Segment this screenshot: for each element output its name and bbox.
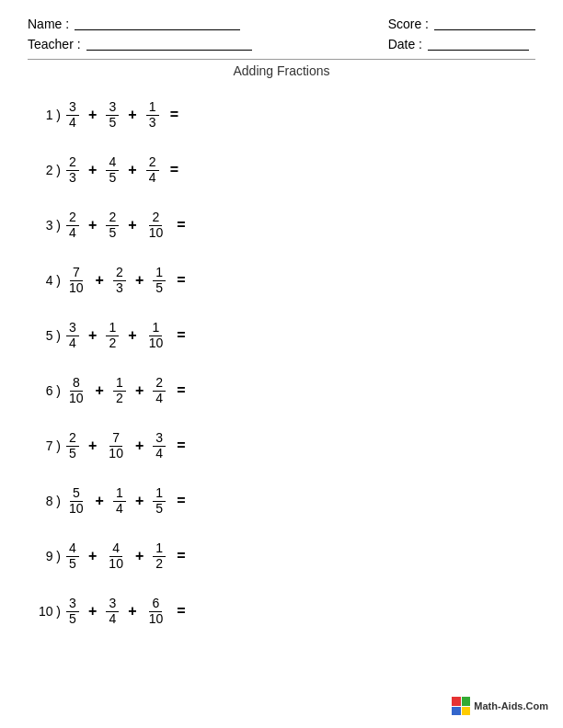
problem-row: 7 )25+710+34=: [28, 418, 535, 473]
equals-sign: =: [167, 107, 178, 123]
score-row: Score :: [388, 17, 535, 31]
denominator: 10: [106, 447, 126, 461]
fraction: 14: [113, 486, 126, 516]
denominator: 4: [106, 612, 119, 626]
fraction: 34: [106, 597, 119, 626]
numerator: 1: [146, 100, 159, 115]
fraction: 12: [113, 376, 126, 405]
problem-row: 8 )510+14+15=: [28, 473, 535, 529]
fraction: 510: [66, 486, 86, 516]
denominator: 10: [106, 557, 126, 571]
problem-number: 2 ): [28, 163, 66, 177]
plus-sign: +: [94, 493, 106, 509]
plus-sign: +: [86, 217, 98, 233]
denominator: 2: [113, 392, 126, 405]
numerator: 1: [149, 321, 162, 336]
fraction-expression: 34+35+13=: [66, 100, 178, 130]
denominator: 10: [66, 281, 86, 295]
fraction: 24: [146, 155, 159, 185]
plus-sign: +: [86, 107, 98, 123]
plus-sign: +: [126, 603, 138, 620]
fraction: 15: [153, 486, 166, 516]
score-line: [434, 17, 535, 30]
denominator: 5: [153, 281, 166, 295]
problem-number: 3 ): [28, 218, 66, 233]
problem-row: 5 )34+12+110=: [28, 308, 535, 363]
fraction: 34: [66, 100, 79, 130]
numerator: 3: [153, 431, 166, 446]
fraction: 410: [106, 541, 126, 571]
equals-sign: =: [173, 548, 185, 564]
problem-number: 5 ): [28, 328, 66, 343]
header-left: Name : Teacher :: [28, 17, 252, 51]
problem-row: 1 )34+35+13=: [28, 87, 535, 142]
denominator: 4: [153, 447, 166, 461]
plus-sign: +: [86, 162, 98, 178]
fraction: 35: [66, 597, 79, 626]
name-row: Name :: [28, 17, 252, 31]
header-divider: [28, 59, 535, 60]
fraction-expression: 45+410+12=: [66, 541, 186, 571]
teacher-label: Teacher :: [28, 37, 81, 51]
fraction: 110: [146, 321, 167, 350]
score-label: Score :: [388, 17, 429, 31]
watermark: Math-Aids.Com: [452, 697, 548, 715]
fraction: 15: [153, 266, 166, 295]
numerator: 5: [70, 486, 83, 501]
fraction: 810: [66, 376, 86, 405]
problem-number: 6 ): [28, 383, 66, 398]
numerator: 4: [109, 541, 122, 556]
numerator: 4: [66, 541, 79, 556]
fraction-expression: 810+12+24=: [66, 376, 186, 405]
plus-sign: +: [126, 107, 138, 123]
fraction-expression: 34+12+110=: [66, 321, 186, 350]
plus-sign: +: [133, 272, 145, 289]
problem-row: 3 )24+25+210=: [28, 198, 535, 253]
fraction: 12: [153, 541, 166, 571]
problem-number: 7 ): [28, 438, 66, 453]
numerator: 2: [113, 266, 126, 280]
fraction-expression: 35+34+610=: [66, 597, 186, 626]
equals-sign: =: [173, 217, 185, 233]
fraction: 23: [113, 266, 126, 295]
teacher-line: [86, 38, 252, 51]
plus-sign: +: [86, 438, 98, 454]
denominator: 4: [66, 336, 79, 350]
denominator: 5: [66, 557, 79, 571]
numerator: 3: [66, 597, 79, 611]
fraction: 23: [66, 155, 79, 185]
icon-q4: [462, 707, 471, 716]
plus-sign: +: [126, 162, 138, 178]
fraction: 12: [106, 321, 119, 350]
denominator: 5: [66, 612, 79, 626]
header: Name : Teacher : Score : Date :: [28, 17, 535, 51]
name-line: [75, 17, 240, 30]
name-label: Name :: [28, 17, 69, 31]
numerator: 1: [106, 321, 119, 336]
denominator: 10: [146, 226, 167, 240]
fraction-expression: 510+14+15=: [66, 486, 186, 516]
numerator: 6: [149, 597, 162, 611]
fraction-expression: 710+23+15=: [66, 266, 186, 295]
equals-sign: =: [167, 162, 178, 178]
fraction: 24: [153, 376, 166, 405]
denominator: 10: [146, 336, 167, 350]
problem-row: 10 )35+34+610=: [28, 584, 535, 639]
denominator: 10: [66, 502, 86, 516]
numerator: 2: [106, 210, 119, 225]
plus-sign: +: [94, 272, 106, 289]
denominator: 3: [66, 171, 79, 185]
denominator: 4: [66, 116, 79, 130]
fraction: 35: [106, 100, 119, 130]
fraction: 710: [66, 266, 86, 295]
worksheet-title: Adding Fractions: [28, 63, 535, 78]
fraction-expression: 25+710+34=: [66, 431, 186, 461]
problem-row: 9 )45+410+12=: [28, 529, 535, 584]
equals-sign: =: [173, 272, 185, 289]
denominator: 5: [106, 171, 119, 185]
date-label: Date :: [388, 37, 422, 51]
numerator: 1: [113, 486, 126, 501]
denominator: 4: [153, 392, 166, 405]
numerator: 2: [66, 431, 79, 446]
denominator: 10: [66, 392, 86, 405]
